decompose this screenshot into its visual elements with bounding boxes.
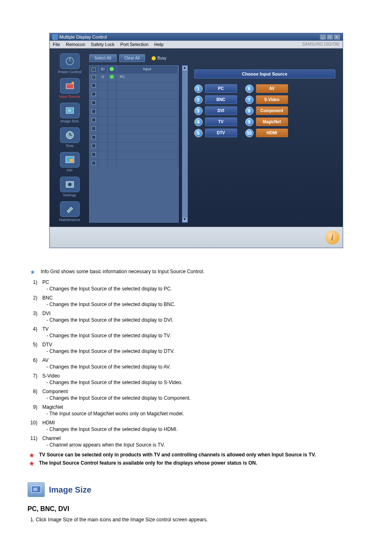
note-tv: ★ TV Source can be selected only in prod… <box>28 452 364 458</box>
table-row[interactable] <box>90 134 178 142</box>
row-checkbox[interactable] <box>92 118 96 122</box>
table-row[interactable] <box>90 142 178 151</box>
star-icon: ★ <box>30 269 35 275</box>
source-button-magicnet[interactable]: MagicNet <box>256 117 288 126</box>
table-row[interactable] <box>90 82 178 90</box>
image-size-icon <box>28 482 45 497</box>
source-item: 3DVI <box>194 106 237 115</box>
menu-remocon[interactable]: Remocon <box>66 42 85 47</box>
list-item: 2)BNC- Changes the Input Source of the s… <box>28 293 364 309</box>
table-row[interactable] <box>90 151 178 159</box>
sidebar-item-input-source[interactable]: Input Source <box>54 77 86 99</box>
badge-3: 3 <box>194 107 203 115</box>
table-row[interactable] <box>90 116 178 125</box>
input-source-panel: Choose Input Source 1PC2BNC3DVI4TV5DTV 6… <box>191 65 339 223</box>
toolbar: Select All Clear All Busy <box>89 53 339 65</box>
source-button-s-video[interactable]: S-Video <box>256 95 288 104</box>
source-item: 1PC <box>194 84 237 93</box>
row-checkbox[interactable] <box>92 127 96 131</box>
select-all-button[interactable]: Select All <box>89 54 117 62</box>
row-checkbox[interactable] <box>92 101 96 105</box>
list-item: 8)Component- Changes the Input Source of… <box>28 387 364 403</box>
list-item: 4)TV- Changes the Input Source of the se… <box>28 325 364 340</box>
menu-port-selection[interactable]: Port Selection <box>120 42 148 47</box>
time-icon <box>60 127 80 143</box>
sidebar-item-power-control[interactable]: Power Control <box>54 53 86 75</box>
clear-all-button[interactable]: Clear All <box>119 54 145 62</box>
badge-7: 7 <box>245 96 254 104</box>
image-size-icon <box>60 103 80 118</box>
col-status <box>108 66 117 73</box>
row-checkbox[interactable] <box>92 83 96 88</box>
info-icon[interactable]: i <box>325 230 339 244</box>
status-lamp-icon <box>110 75 114 79</box>
sidebar-item-image-size[interactable]: Image Size <box>54 102 86 124</box>
sub-title: PC, BNC, DVI <box>28 505 364 513</box>
minimize-button[interactable]: _ <box>320 34 326 40</box>
source-item: 10HDMI <box>245 129 288 137</box>
input-source-icon <box>60 78 80 94</box>
table-row[interactable] <box>90 90 178 99</box>
source-button-component[interactable]: Component <box>256 106 288 115</box>
svg-rect-10 <box>70 159 73 162</box>
source-item: 6AV <box>245 84 288 93</box>
svg-rect-2 <box>66 84 74 89</box>
description-list: 1)PC- Changes the Input Source of the se… <box>28 278 364 449</box>
svg-point-3 <box>71 82 74 84</box>
sidebar-item-maintenance[interactable]: Maintenance <box>54 200 86 223</box>
scroll-down-button[interactable]: ▼ <box>182 217 188 223</box>
menu-help[interactable]: Help <box>154 42 164 47</box>
pip-icon <box>60 152 80 168</box>
menu-file[interactable]: File <box>53 42 60 47</box>
row-checkbox[interactable] <box>92 109 96 113</box>
svg-rect-5 <box>68 109 71 112</box>
row-checkbox[interactable] <box>92 135 96 139</box>
source-button-pc[interactable]: PC <box>205 84 237 93</box>
table-row[interactable] <box>90 125 178 134</box>
source-item: 8Component <box>245 106 288 115</box>
menubar: File Remocon Safety Lock Port Selection … <box>50 41 343 48</box>
section-title: Image Size <box>49 485 91 495</box>
badge-4: 4 <box>194 118 203 126</box>
source-button-dtv[interactable]: DTV <box>205 129 237 137</box>
row-checkbox[interactable] <box>92 75 96 79</box>
source-button-dvi[interactable]: DVI <box>205 106 237 115</box>
table-row[interactable] <box>90 159 178 168</box>
row-checkbox[interactable] <box>92 92 96 96</box>
table-row[interactable] <box>90 108 178 116</box>
table-row[interactable]: 0PC <box>90 73 178 82</box>
list-item: 5)DTV- Changes the Input Source of the s… <box>28 340 364 356</box>
list-item: 9)MagicNet- The Input source of MagicNet… <box>28 403 364 418</box>
sidebar-item-time[interactable]: Time <box>54 127 86 149</box>
info-grid: ID Input 0PC <box>89 65 179 223</box>
source-button-tv[interactable]: TV <box>205 117 237 126</box>
source-button-bnc[interactable]: BNC <box>205 95 237 104</box>
row-checkbox[interactable] <box>92 161 96 165</box>
col-id: ID <box>99 66 108 73</box>
source-item: 7S-Video <box>245 95 288 104</box>
source-button-hdmi[interactable]: HDMI <box>256 129 288 137</box>
sidebar-item-pip[interactable]: PIP <box>54 151 86 173</box>
row-checkbox[interactable] <box>92 152 96 157</box>
list-item: 3)DVI- Changes the Input Source of the s… <box>28 309 364 325</box>
row-checkbox[interactable] <box>92 144 96 148</box>
scroll-up-button[interactable]: ▲ <box>182 65 188 71</box>
list-item: 11)Channel- Channel arrow appears when t… <box>28 434 364 449</box>
list-item: 7)S-Video- Changes the Input Source of t… <box>28 371 364 387</box>
menu-safety-lock[interactable]: Safety Lock <box>91 42 114 47</box>
badge-2: 2 <box>194 96 203 104</box>
maximize-button[interactable]: □ <box>327 34 333 40</box>
grid-scrollbar[interactable]: ▲ ▼ <box>182 65 188 223</box>
panel-title: Choose Input Source <box>194 69 335 78</box>
col-checkbox <box>90 66 99 73</box>
source-button-av[interactable]: AV <box>256 84 288 93</box>
close-button[interactable]: × <box>334 34 340 40</box>
step-item: Click Image Size of the main icons and t… <box>36 517 364 523</box>
svg-point-12 <box>68 183 71 186</box>
source-item: 5DTV <box>194 129 237 137</box>
badge-9: 9 <box>245 118 254 126</box>
star-icon: ★ <box>29 452 35 458</box>
footer-bar: i <box>50 227 343 248</box>
table-row[interactable] <box>90 99 178 108</box>
sidebar-item-settings[interactable]: Settings <box>54 176 86 198</box>
